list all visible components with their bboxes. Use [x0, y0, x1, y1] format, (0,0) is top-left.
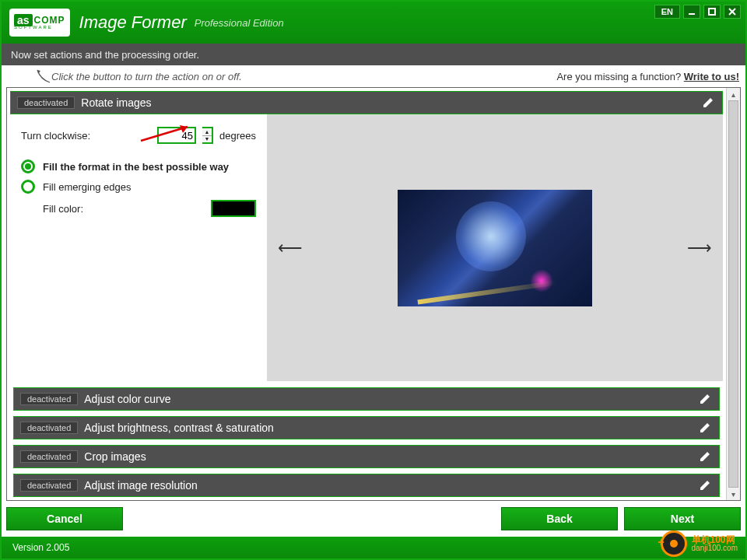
svg-rect-1	[709, 9, 715, 15]
action-header-rotate[interactable]: deactivated Rotate images	[10, 91, 723, 114]
hint-row: Click the button to turn the action on o…	[2, 65, 745, 87]
prev-image-arrow-icon[interactable]: ⟵	[278, 238, 303, 258]
action-header-color-curve[interactable]: deactivated Adjust color curve	[13, 387, 720, 411]
action-header-resolution[interactable]: deactivated Adjust image resolution	[13, 474, 720, 497]
radio-fill-edges-label: Fill emerging edges	[43, 181, 131, 193]
minimize-button[interactable]	[683, 5, 700, 19]
edit-icon[interactable]	[699, 393, 711, 405]
app-title: Image Former	[79, 12, 187, 33]
scroll-thumb[interactable]	[728, 100, 738, 488]
status-badge[interactable]: deactivated	[20, 422, 78, 434]
cancel-button[interactable]: Cancel	[6, 507, 123, 530]
app-edition: Professional Edition	[195, 17, 284, 29]
fill-color-swatch[interactable]	[211, 200, 256, 217]
scrollbar[interactable]: ▴ ▾	[726, 88, 740, 500]
fill-color-row: Fill color:	[43, 200, 256, 217]
watermark: 单机100网 danji100.com	[661, 530, 738, 557]
radio-fill-edges[interactable]	[21, 180, 35, 194]
bottom-bar: Cancel Back Next	[2, 501, 745, 537]
watermark-icon	[661, 530, 687, 557]
watermark-url: danji100.com	[692, 544, 738, 552]
action-title: Adjust image resolution	[84, 479, 699, 492]
titlebar: as COMP SOFTWARE Image Former Profession…	[2, 2, 745, 44]
radio-fill-format-label: Fill the format in the best possible way	[43, 161, 229, 173]
logo: as COMP SOFTWARE	[9, 9, 70, 37]
next-button[interactable]: Next	[624, 507, 741, 530]
collapsed-actions: deactivated Adjust color curve deactivat…	[7, 384, 726, 500]
fill-color-label: Fill color:	[43, 203, 83, 215]
action-title: Rotate images	[81, 96, 702, 109]
preview-image	[398, 190, 592, 306]
back-button[interactable]: Back	[501, 507, 618, 530]
preview-pane: ⟵ ⟶	[267, 114, 723, 381]
status-bar: Version 2.005 单机100网 danji100.com	[2, 537, 745, 558]
logo-sub: SOFTWARE	[14, 25, 65, 30]
action-title: Adjust color curve	[84, 393, 699, 405]
turn-label: Turn clockwise:	[21, 130, 90, 142]
radio-fill-format-row[interactable]: Fill the format in the best possible way	[21, 159, 256, 173]
action-header-brightness[interactable]: deactivated Adjust brightness, contrast …	[13, 416, 720, 439]
next-image-arrow-icon[interactable]: ⟶	[687, 238, 712, 258]
degrees-spinner[interactable]: ▲▼	[202, 127, 213, 144]
window-controls: EN	[654, 5, 741, 19]
hint-arrow-icon	[36, 68, 54, 86]
app-window: as COMP SOFTWARE Image Former Profession…	[0, 0, 747, 560]
status-badge[interactable]: deactivated	[20, 450, 78, 463]
action-header-crop[interactable]: deactivated Crop images	[13, 445, 720, 468]
logo-comp: COMP	[34, 15, 65, 26]
hint-right: Are you missing a function? Write to us!	[556, 71, 739, 82]
close-button[interactable]	[724, 5, 741, 19]
scroll-down-icon[interactable]: ▾	[727, 488, 740, 500]
actions-column: deactivated Rotate images Turn clockwise…	[7, 88, 726, 500]
status-badge[interactable]: deactivated	[20, 479, 78, 492]
degrees-input[interactable]	[157, 127, 196, 144]
radio-fill-edges-row[interactable]: Fill emerging edges	[21, 180, 256, 194]
spin-down-icon[interactable]: ▼	[202, 136, 212, 143]
spin-up-icon[interactable]: ▲	[202, 128, 212, 136]
action-title: Adjust brightness, contrast & saturation	[84, 422, 699, 434]
edit-icon[interactable]	[699, 450, 711, 463]
rotate-settings: Turn clockwise: ▲▼ degrees Fill the form…	[10, 114, 267, 381]
write-to-us-link[interactable]: Write to us!	[684, 71, 739, 82]
hint-text: Click the button to turn the action on o…	[51, 71, 242, 82]
hint-right-prefix: Are you missing a function?	[556, 71, 683, 82]
status-badge[interactable]: deactivated	[17, 96, 75, 109]
status-badge[interactable]: deactivated	[20, 393, 78, 405]
actions-container: deactivated Rotate images Turn clockwise…	[6, 87, 741, 501]
scroll-up-icon[interactable]: ▴	[727, 88, 740, 100]
edit-icon[interactable]	[702, 96, 714, 109]
language-badge[interactable]: EN	[654, 5, 680, 19]
edit-icon[interactable]	[699, 479, 711, 492]
turn-row: Turn clockwise: ▲▼ degrees	[21, 127, 256, 144]
maximize-button[interactable]	[703, 5, 721, 19]
radio-fill-format[interactable]	[21, 159, 35, 173]
edit-icon[interactable]	[699, 422, 711, 434]
instruction-text: Now set actions and the processing order…	[11, 49, 199, 61]
rotate-panel: Turn clockwise: ▲▼ degrees Fill the form…	[10, 114, 723, 381]
instruction-bar: Now set actions and the processing order…	[2, 44, 745, 65]
version-text: Version 2.005	[12, 542, 69, 553]
action-title: Crop images	[84, 450, 699, 463]
degrees-unit: degrees	[219, 130, 256, 142]
